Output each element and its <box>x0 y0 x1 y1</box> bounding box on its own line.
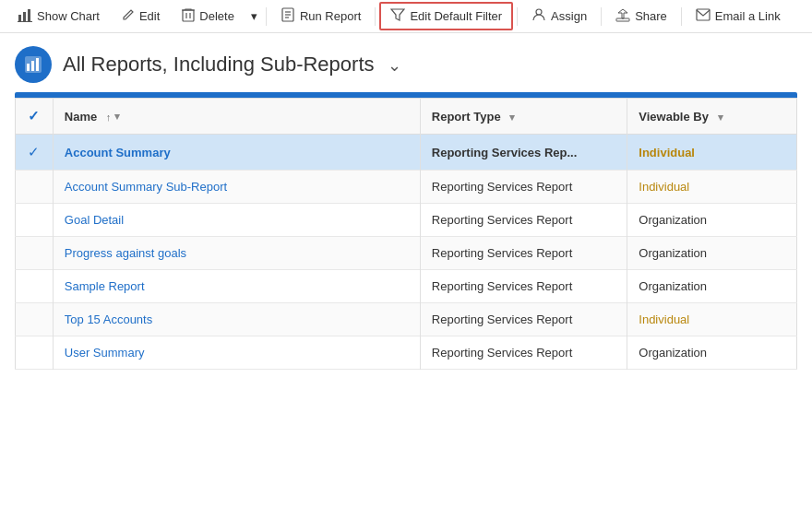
svg-rect-4 <box>183 10 194 21</box>
report-name-link[interactable]: Account Summary <box>65 146 171 159</box>
type-col-icons: ▾ <box>509 112 515 124</box>
row-name-cell: Sample Report <box>53 270 420 303</box>
row-type-cell: Reporting Services Report <box>420 237 627 270</box>
edit-button[interactable]: Edit <box>112 4 170 29</box>
row-name-cell: Goal Detail <box>53 204 420 237</box>
run-report-label: Run Report <box>300 9 361 23</box>
name-col-icons: ↑ ▾ <box>106 111 121 123</box>
svg-rect-0 <box>18 15 21 21</box>
delete-icon <box>182 7 195 25</box>
table-row[interactable]: Account Summary Sub-ReportReporting Serv… <box>16 171 797 204</box>
name-filter-icon[interactable]: ▾ <box>114 111 120 123</box>
table-row[interactable]: Goal DetailReporting Services ReportOrga… <box>16 204 797 237</box>
edit-default-filter-label: Edit Default Filter <box>410 9 502 23</box>
row-name-cell: Account Summary Sub-Report <box>53 171 420 204</box>
table-row[interactable]: Top 15 AccountsReporting Services Report… <box>16 303 797 336</box>
col-check-header: ✓ <box>16 99 54 135</box>
row-name-cell: User Summary <box>53 336 420 370</box>
row-type-cell: Reporting Services Rep... <box>420 135 627 171</box>
row-viewable-cell: Organization <box>627 204 797 237</box>
svg-marker-12 <box>391 9 404 20</box>
row-viewable-cell: Organization <box>627 270 797 303</box>
svg-rect-2 <box>28 9 30 21</box>
assign-label: Assign <box>551 9 587 23</box>
row-type-cell: Reporting Services Report <box>420 270 627 303</box>
run-report-icon <box>281 7 295 25</box>
row-type-cell: Reporting Services Report <box>420 336 627 370</box>
row-type-cell: Reporting Services Report <box>420 303 627 336</box>
table-row[interactable]: User SummaryReporting Services ReportOrg… <box>16 336 797 370</box>
assign-button[interactable]: Assign <box>521 3 597 29</box>
row-viewable-cell: Organization <box>627 336 797 370</box>
col-type-header: Report Type ▾ <box>420 99 627 135</box>
table-row[interactable]: ✓Account SummaryReporting Services Rep..… <box>16 135 797 171</box>
row-viewable-cell: Individual <box>627 171 797 204</box>
edit-label: Edit <box>139 9 160 23</box>
report-name-link[interactable]: Top 15 Accounts <box>65 313 152 326</box>
show-chart-button[interactable]: Show Chart <box>7 3 110 29</box>
edit-default-filter-icon <box>390 7 405 25</box>
share-label: Share <box>635 9 667 23</box>
row-check-cell[interactable] <box>16 303 54 336</box>
page-title-dropdown[interactable]: ⌄ <box>388 55 401 76</box>
row-check-cell[interactable] <box>16 171 54 204</box>
share-button[interactable]: Share <box>605 3 677 29</box>
page-icon <box>15 46 52 83</box>
row-viewable-cell: Individual <box>627 135 797 171</box>
svg-rect-15 <box>697 9 710 20</box>
run-report-button[interactable]: Run Report <box>270 3 371 29</box>
col-name-header: Name ↑ ▾ <box>53 99 420 135</box>
row-check-cell[interactable] <box>16 336 54 370</box>
row-viewable-cell: Individual <box>627 303 797 336</box>
col-viewable-header: Viewable By ▾ <box>627 99 797 135</box>
table-header-row: ✓ Name ↑ ▾ Report Type ▾ Viewable By <box>16 99 797 135</box>
page-title: All Reports, Including Sub-Reports ⌄ <box>63 53 401 77</box>
toolbar-divider-3 <box>517 7 518 26</box>
row-name-cell: Top 15 Accounts <box>53 303 420 336</box>
row-name-cell: Progress against goals <box>53 237 420 270</box>
email-link-label: Email a Link <box>715 9 781 23</box>
svg-rect-18 <box>31 61 34 71</box>
email-icon <box>696 8 710 24</box>
name-sort-icon[interactable]: ↑ <box>106 112 112 123</box>
row-check-cell[interactable] <box>16 237 54 270</box>
report-name-link[interactable]: Account Summary Sub-Report <box>65 180 227 194</box>
reports-table: ✓ Name ↑ ▾ Report Type ▾ Viewable By <box>15 98 797 370</box>
svg-rect-14 <box>616 18 629 21</box>
assign-icon <box>531 7 546 25</box>
edit-default-filter-button[interactable]: Edit Default Filter <box>379 2 513 30</box>
type-filter-icon[interactable]: ▾ <box>509 112 515 124</box>
row-check-cell[interactable]: ✓ <box>16 135 54 171</box>
share-icon <box>615 7 630 25</box>
row-checkmark: ✓ <box>28 144 40 159</box>
table-body: ✓Account SummaryReporting Services Rep..… <box>16 135 797 370</box>
row-name-cell: Account Summary <box>53 135 420 171</box>
show-chart-icon <box>18 7 32 25</box>
report-name-link[interactable]: Progress against goals <box>65 246 186 260</box>
svg-rect-17 <box>27 64 30 71</box>
row-check-cell[interactable] <box>16 270 54 303</box>
report-name-link[interactable]: Goal Detail <box>65 213 124 227</box>
toolbar-divider-2 <box>375 7 376 26</box>
table-row[interactable]: Progress against goalsReporting Services… <box>16 237 797 270</box>
svg-rect-19 <box>36 58 39 71</box>
col-name-label: Name <box>65 110 97 124</box>
delete-button[interactable]: Delete <box>172 3 245 29</box>
row-type-cell: Reporting Services Report <box>420 204 627 237</box>
bottom-padding <box>0 370 812 388</box>
report-name-link[interactable]: Sample Report <box>65 279 145 293</box>
email-link-button[interactable]: Email a Link <box>686 4 791 29</box>
svg-point-13 <box>536 9 542 15</box>
row-type-cell: Reporting Services Report <box>420 171 627 204</box>
viewable-col-icons: ▾ <box>718 112 723 124</box>
header-checkmark: ✓ <box>28 108 40 124</box>
show-chart-label: Show Chart <box>37 9 100 23</box>
delete-dropdown-button[interactable]: ▾ <box>246 5 262 28</box>
row-check-cell[interactable] <box>16 204 54 237</box>
report-name-link[interactable]: User Summary <box>65 346 145 360</box>
delete-label: Delete <box>199 9 234 23</box>
edit-icon <box>122 8 135 24</box>
viewable-filter-icon[interactable]: ▾ <box>718 112 723 124</box>
table-row[interactable]: Sample ReportReporting Services ReportOr… <box>16 270 797 303</box>
col-viewable-label: Viewable By <box>639 110 709 124</box>
